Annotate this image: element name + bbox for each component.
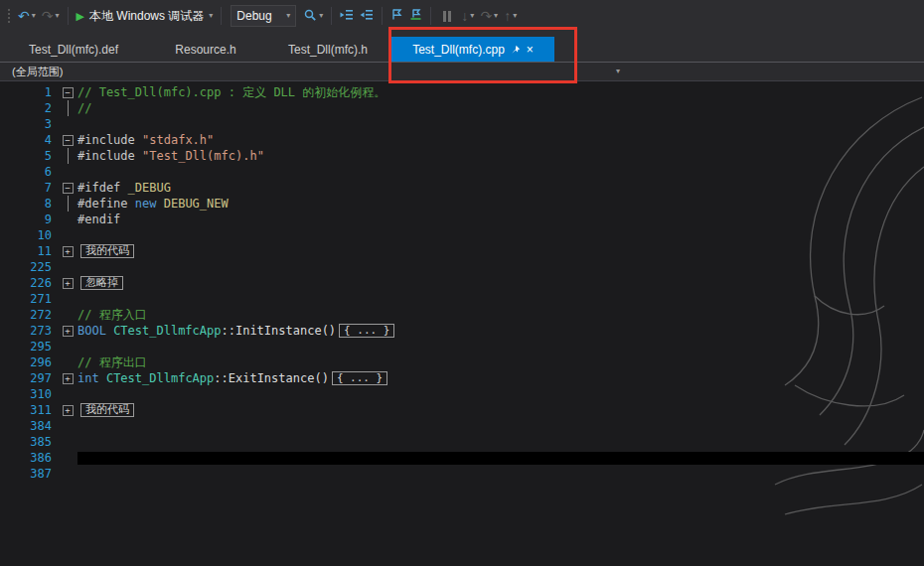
fold-marker[interactable] [58,148,77,164]
code-line[interactable]: 385 [0,434,924,450]
fold-marker[interactable]: + [58,370,77,386]
code-line[interactable]: 10 [0,227,924,243]
code-line[interactable]: 226+忽略掉 [0,275,924,291]
code-token: "stdafx.h" [142,133,214,147]
fold-marker[interactable]: − [58,132,77,148]
expand-icon[interactable]: + [63,326,74,337]
code-line[interactable]: 386 [0,450,924,466]
line-number[interactable]: 8 [0,197,58,211]
code-line[interactable]: 5#include "Test_Dll(mfc).h" [0,148,924,164]
line-number[interactable]: 9 [0,212,58,226]
line-number[interactable]: 226 [0,276,58,290]
line-number[interactable]: 387 [0,467,58,481]
expand-icon[interactable]: + [63,246,74,257]
code-line[interactable]: 271 [0,291,924,307]
step-over-button[interactable]: ↷ ▾ [477,7,501,25]
line-number[interactable]: 386 [0,451,58,465]
line-number[interactable]: 2 [0,101,58,115]
undo-button[interactable]: ↶ ▾ [15,7,39,25]
fold-marker[interactable]: + [58,275,77,291]
code-line[interactable]: 7−#ifdef _DEBUG [0,180,924,196]
solution-config-dropdown[interactable]: Debug ▾ [231,5,296,27]
collapse-icon[interactable]: − [63,87,74,98]
collapsed-region-box[interactable]: { ... } [339,324,394,338]
fold-marker[interactable]: − [58,180,77,196]
code-line[interactable]: 3 [0,116,924,132]
code-line[interactable]: 2// [0,100,924,116]
code-line[interactable]: 273+BOOL CTest_DllmfcApp::InitInstance()… [0,323,924,339]
code-line[interactable]: 295 [0,339,924,354]
code-line[interactable]: 384 [0,418,924,434]
line-number[interactable]: 384 [0,419,58,433]
collapsed-region-box[interactable]: 我的代码 [80,244,134,258]
toolbar-grip[interactable] [7,8,12,24]
line-number[interactable]: 273 [0,324,58,338]
redo-button[interactable]: ↷ ▾ [39,7,63,25]
expand-icon[interactable]: + [63,405,74,416]
line-number[interactable]: 385 [0,435,58,449]
line-number[interactable]: 296 [0,355,58,369]
line-number[interactable]: 272 [0,308,58,322]
collapse-icon[interactable]: − [63,183,74,194]
pin-icon[interactable] [511,45,521,55]
step-out-button[interactable]: ↑ ▾ [501,7,520,25]
expand-icon[interactable]: + [63,278,74,289]
collapsed-region-box[interactable]: 我的代码 [80,403,134,417]
line-number[interactable]: 297 [0,371,58,385]
navigation-bar[interactable]: (全局范围) ▾ [0,62,924,81]
line-number[interactable]: 10 [0,228,58,242]
line-number[interactable]: 6 [0,165,58,179]
line-number[interactable]: 271 [0,292,58,306]
collapsed-region-box[interactable]: { ... } [332,371,387,385]
close-icon[interactable]: × [527,44,534,56]
code-line[interactable]: 9#endif [0,212,924,227]
fold-marker[interactable] [58,196,77,212]
chevron-down-icon[interactable]: ▾ [616,68,620,75]
tab-test-dll-def[interactable]: Test_Dll(mfc).def [0,37,147,62]
code-line[interactable]: 310 [0,386,924,402]
line-number[interactable]: 311 [0,403,58,417]
code-line[interactable]: 225 [0,259,924,275]
line-number[interactable]: 3 [0,117,58,131]
code-line[interactable]: 272// 程序入口 [0,307,924,323]
collapsed-region-box[interactable]: 忽略掉 [80,276,123,290]
indent-decrease-button[interactable] [337,7,357,26]
tab-test-dll-h[interactable]: Test_Dll(mfc).h [264,37,391,62]
line-number[interactable]: 4 [0,133,58,147]
code-line[interactable]: 6 [0,164,924,180]
line-number[interactable]: 1 [0,85,58,99]
scope-dropdown-value[interactable]: (全局范围) [0,65,63,79]
tab-test-dll-cpp[interactable]: Test_Dll(mfc).cpp × [391,37,554,62]
fold-marker[interactable]: + [58,323,77,339]
find-button[interactable]: ▾ [300,6,326,27]
code-line[interactable]: 297+int CTest_DllmfcApp::ExitInstance(){… [0,370,924,386]
code-editor[interactable]: 1−// Test_Dll(mfc).cpp : 定义 DLL 的初始化例程。2… [0,81,924,566]
start-debug-button[interactable]: ▶ 本地 Windows 调试器 ▾ [74,6,217,27]
fold-marker[interactable]: + [58,402,77,418]
fold-marker[interactable] [58,100,77,116]
collapse-icon[interactable]: − [63,135,74,146]
code-line[interactable]: 11+我的代码 [0,243,924,259]
code-line[interactable]: 4−#include "stdafx.h" [0,132,924,148]
step-into-button[interactable]: ↓ ▾ [458,7,477,25]
code-text: // [77,101,924,115]
code-line[interactable]: 311+我的代码 [0,402,924,418]
line-number[interactable]: 225 [0,260,58,274]
tab-resource-h[interactable]: Resource.h [147,37,264,62]
expand-icon[interactable]: + [63,373,74,384]
code-line[interactable]: 296// 程序出口 [0,354,924,370]
line-number[interactable]: 310 [0,387,58,401]
line-number[interactable]: 5 [0,149,58,163]
bookmark-next-button[interactable] [406,6,425,26]
code-line[interactable]: 387 [0,466,924,482]
bookmark-toggle-button[interactable] [387,6,406,26]
break-all-button[interactable] [436,9,458,24]
indent-increase-button[interactable] [357,7,377,26]
code-line[interactable]: 8#define new DEBUG_NEW [0,196,924,212]
line-number[interactable]: 11 [0,244,58,258]
fold-marker[interactable]: − [58,84,77,100]
fold-marker[interactable]: + [58,243,77,259]
line-number[interactable]: 295 [0,340,58,354]
code-line[interactable]: 1−// Test_Dll(mfc).cpp : 定义 DLL 的初始化例程。 [0,84,924,100]
line-number[interactable]: 7 [0,181,58,195]
